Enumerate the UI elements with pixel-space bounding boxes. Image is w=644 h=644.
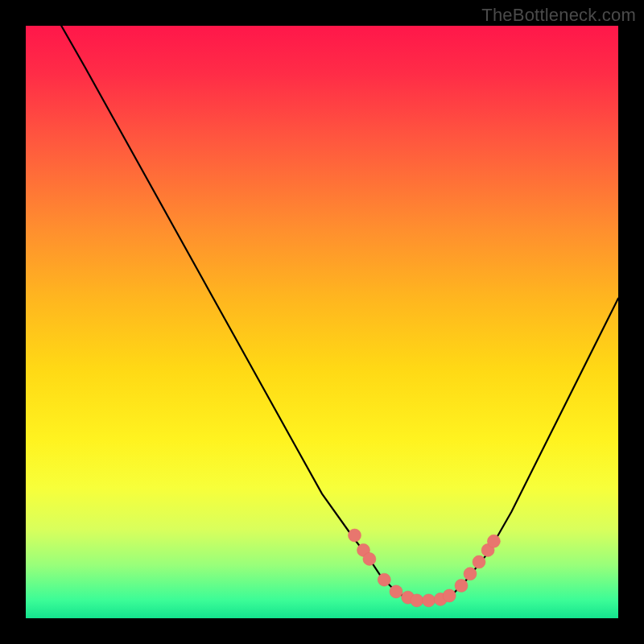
marker-dot <box>464 568 477 580</box>
watermark-text: TheBottleneck.com <box>481 5 636 26</box>
outer-frame: TheBottleneck.com <box>0 0 644 644</box>
marker-dot <box>487 535 500 547</box>
marker-dot <box>349 529 361 542</box>
marker-dot <box>443 589 456 602</box>
marker-dot <box>455 580 468 592</box>
marker-dot <box>390 585 402 598</box>
marker-dot <box>423 594 436 607</box>
marker-dot <box>411 594 423 607</box>
marker-dots-group <box>349 529 501 607</box>
bottleneck-curve-svg <box>26 26 618 618</box>
marker-dot <box>473 555 485 568</box>
marker-dot <box>363 552 376 565</box>
plot-area <box>26 26 618 618</box>
bottleneck-curve-line <box>61 26 618 601</box>
marker-dot <box>378 573 390 586</box>
